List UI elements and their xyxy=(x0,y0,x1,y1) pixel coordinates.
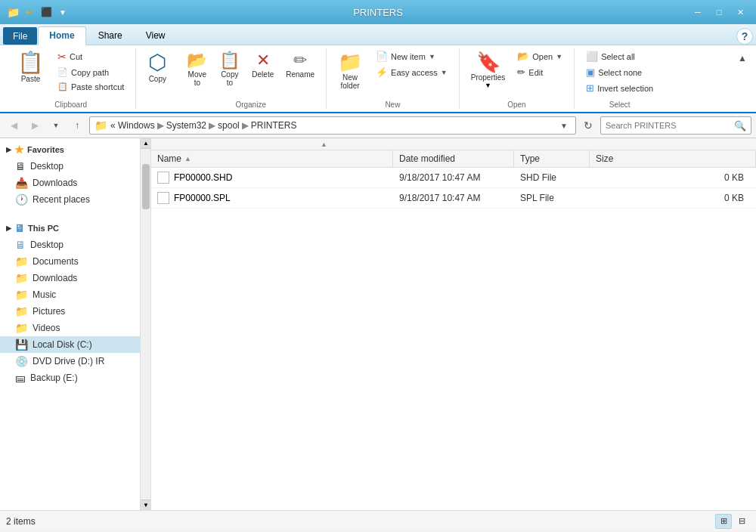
table-row[interactable]: FP00000.SPL 9/18/2017 10:47 AM SPL File … xyxy=(151,188,756,209)
ribbon-collapse-button[interactable]: ▲ xyxy=(735,50,750,66)
sidebar-item-desktop-pc[interactable]: 🖥 Desktop xyxy=(0,237,140,253)
address-path[interactable]: 📁 « Windows ▶ System32 ▶ spool ▶ PRINTER… xyxy=(89,116,576,135)
open-button[interactable]: 📂 Open ▼ xyxy=(512,48,568,64)
select-none-label: Select none xyxy=(598,68,642,77)
file-icon-2 xyxy=(157,192,169,204)
maximize-button[interactable]: □ xyxy=(709,5,729,19)
up-button[interactable]: ↑ xyxy=(68,116,86,135)
file-list: ▲ Name ▲ Date modified Type Size FP000 xyxy=(151,138,756,510)
rename-button[interactable]: ✏ Rename xyxy=(280,48,320,82)
tab-share[interactable]: Share xyxy=(87,26,134,45)
edit-button[interactable]: ✏ Edit xyxy=(512,64,568,80)
col-type-label: Type xyxy=(520,153,540,164)
select-all-label: Select all xyxy=(601,52,635,61)
invert-selection-button[interactable]: ⊞ Invert selection xyxy=(581,80,658,96)
details-view-button[interactable]: ⊞ xyxy=(715,514,732,529)
sort-arrow-indicator: ▲ xyxy=(321,141,327,148)
select-none-button[interactable]: ▣ Select none xyxy=(581,64,658,80)
tab-file[interactable]: File xyxy=(3,27,37,45)
cut-button[interactable]: ✂ Cut xyxy=(52,48,129,65)
tab-view[interactable]: View xyxy=(135,26,177,45)
file-cell-date-1: 9/18/2017 10:47 AM xyxy=(393,171,514,184)
recent-locations-button[interactable]: ▼ xyxy=(47,116,65,135)
undo-icon[interactable]: ↩ xyxy=(23,5,36,19)
path-arrow-1: ▶ xyxy=(157,120,164,131)
sidebar-item-downloads-pc[interactable]: 📁 Downloads xyxy=(0,270,140,286)
move-to-button[interactable]: 📂 Moveto xyxy=(181,48,212,91)
select-small-buttons: ⬜ Select all ▣ Select none ⊞ Invert sele… xyxy=(581,48,658,96)
sidebar-item-videos[interactable]: 📁 Videos xyxy=(0,320,140,336)
downloads-fav-icon: 📥 xyxy=(15,177,28,189)
desktop-pc-label: Desktop xyxy=(30,240,64,250)
local-disk-icon: 💾 xyxy=(15,339,28,351)
copy-button[interactable]: ⬡ Copy xyxy=(142,48,172,87)
invert-selection-label: Invert selection xyxy=(597,84,653,93)
sidebar-item-local-disk[interactable]: 💾 Local Disk (C:) xyxy=(0,336,140,353)
sidebar-item-recent-places[interactable]: 🕐 Recent places xyxy=(0,191,140,208)
new-content: 📁 Newfolder 📄 New item ▼ ⚡ Easy access ▼ xyxy=(333,48,453,99)
file-rows: FP00000.SHD 9/18/2017 10:47 AM SHD File … xyxy=(151,168,756,510)
search-input[interactable] xyxy=(601,121,730,130)
ribbon-group-clipboard: 📋 Paste ✂ Cut 📄 Copy path 📋 Paste shortc… xyxy=(6,48,136,109)
tab-home[interactable]: Home xyxy=(38,26,85,45)
file-cell-name-2: FP00000.SPL xyxy=(151,190,393,206)
scroll-thumb[interactable] xyxy=(142,164,150,209)
properties-button[interactable]: 🔖 Properties ▼ xyxy=(466,48,511,93)
path-arrow-3: ▶ xyxy=(242,120,249,131)
large-icons-button[interactable]: ⊟ xyxy=(733,514,750,529)
window-title: PRINTERS xyxy=(353,7,403,18)
file-name-2: FP00000.SPL xyxy=(174,193,231,203)
recent-places-label: Recent places xyxy=(33,194,90,205)
window-icon: 📁 xyxy=(6,5,20,19)
clipboard-label: Clipboard xyxy=(12,99,129,109)
new-folder-button[interactable]: 📁 Newfolder xyxy=(333,48,367,94)
select-none-icon: ▣ xyxy=(586,66,595,78)
help-button[interactable]: ? xyxy=(736,28,753,45)
search-icon[interactable]: 🔍 xyxy=(730,120,751,131)
sidebar-item-dvd-drive[interactable]: 💿 DVD Drive (D:) IR xyxy=(0,353,140,370)
cut-icon: ✂ xyxy=(57,51,67,63)
new-item-button[interactable]: 📄 New item ▼ xyxy=(370,48,453,64)
sidebar-item-documents[interactable]: 📁 Documents xyxy=(0,253,140,270)
sidebar-item-downloads-fav[interactable]: 📥 Downloads xyxy=(0,175,140,191)
paste-button[interactable]: 📋 Paste xyxy=(12,48,49,87)
delete-icon: ✕ xyxy=(256,52,270,69)
sidebar-item-backup[interactable]: 🖴 Backup (E:) xyxy=(0,370,140,386)
easy-access-button[interactable]: ⚡ Easy access ▼ xyxy=(370,64,453,80)
address-dropdown-button[interactable]: ▼ xyxy=(557,122,571,130)
scroll-up-arrow[interactable]: ▲ xyxy=(141,138,151,149)
new-item-label: New item xyxy=(391,52,426,61)
dropdown-arrow-icon[interactable]: ▼ xyxy=(56,5,70,19)
sidebar-item-desktop-fav[interactable]: 🖥 Desktop xyxy=(0,158,140,175)
sidebar-item-pictures[interactable]: 📁 Pictures xyxy=(0,303,140,320)
cut-label: Cut xyxy=(70,52,82,61)
copy-path-button[interactable]: 📄 Copy path xyxy=(52,65,129,79)
file-cell-date-2: 9/18/2017 10:47 AM xyxy=(393,191,514,205)
delete-button[interactable]: ✕ Delete xyxy=(246,48,279,82)
ribbon-group-new: 📁 Newfolder 📄 New item ▼ ⚡ Easy access ▼… xyxy=(327,48,460,109)
col-header-name[interactable]: Name ▲ xyxy=(151,150,393,167)
select-all-button[interactable]: ⬜ Select all xyxy=(581,48,658,64)
properties-quick-icon[interactable]: ⬛ xyxy=(39,5,53,19)
copy-to-button[interactable]: 📋 Copyto xyxy=(214,48,245,91)
paste-shortcut-button[interactable]: 📋 Paste shortcut xyxy=(52,79,129,94)
thispc-header[interactable]: ▶ 🖥 This PC xyxy=(0,220,140,237)
copy-icon: ⬡ xyxy=(148,52,166,73)
col-header-type[interactable]: Type xyxy=(514,150,590,167)
minimize-button[interactable]: ─ xyxy=(688,5,708,19)
close-button[interactable]: ✕ xyxy=(730,5,750,19)
col-header-date[interactable]: Date modified xyxy=(393,150,514,167)
scroll-down-arrow[interactable]: ▼ xyxy=(141,500,151,510)
file-list-header: Name ▲ Date modified Type Size xyxy=(151,150,756,168)
sidebar-item-music[interactable]: 📁 Music xyxy=(0,286,140,303)
refresh-button[interactable]: ↻ xyxy=(579,116,597,135)
favorites-header[interactable]: ▶ ★ Favorites xyxy=(0,141,140,158)
recent-places-icon: 🕐 xyxy=(15,193,28,206)
sidebar-spacer xyxy=(0,211,140,217)
col-header-size[interactable]: Size xyxy=(590,150,756,167)
open-small-buttons: 📂 Open ▼ ✏ Edit xyxy=(512,48,568,80)
properties-arrow: ▼ xyxy=(485,82,491,89)
window-controls: ─ □ ✕ xyxy=(688,5,750,19)
table-row[interactable]: FP00000.SHD 9/18/2017 10:47 AM SHD File … xyxy=(151,168,756,188)
new-item-arrow: ▼ xyxy=(429,53,435,60)
